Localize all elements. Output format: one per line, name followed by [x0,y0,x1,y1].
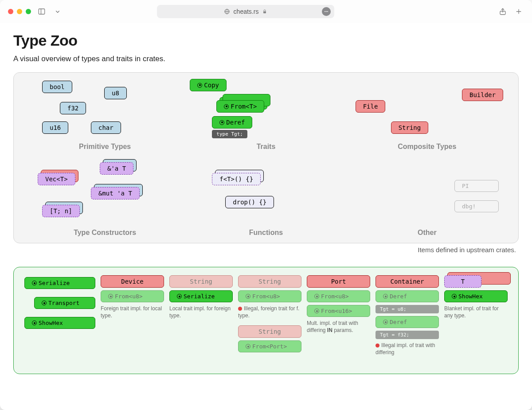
upstream-caption: Items defined in upstream crates. [13,246,519,254]
pill-serialize: Serialize [24,277,95,289]
lock-icon [262,9,267,14]
pill-bool: bool [42,81,72,93]
share-icon[interactable] [497,6,508,17]
impl-port-from-u8: From<u8> [307,290,370,302]
pill-array: [T; n] [42,205,80,217]
new-tab-icon[interactable] [513,6,524,17]
impl-device: Device From<u8> Foreign trait impl. for … [101,275,164,319]
impl-container: Container Deref Tgt = u8; Deref Tgt = f3… [376,275,439,356]
svg-point-7 [326,11,327,12]
pill-fn-drop: drop() {} [225,196,274,208]
head-port: Port [307,275,370,288]
head-string1: String [169,275,233,288]
impl-port-from-u16: From<u16> [307,305,370,317]
impl-string2-from: From<u8> [238,290,301,302]
svg-rect-0 [39,9,45,14]
pill-char: char [91,121,121,134]
svg-point-6 [325,11,325,12]
close-icon[interactable] [8,9,13,14]
more-icon[interactable] [322,7,331,16]
impl-string2-fromport: From<Port> [238,340,301,352]
impl-device-from: From<u8> [101,290,164,302]
impl-string-serialize-pill: Serialize [169,290,233,302]
head-t-stack: T [444,275,508,288]
head-t: T [444,275,481,288]
upstream-panel: bool u8 f32 u16 char Primitive Types Cop… [13,72,519,243]
label-primitives: Primitive Types [79,143,131,151]
pill-builder: Builder [462,89,503,101]
pill-mut-ref-t: &mut 'a T [91,187,140,199]
minimize-icon[interactable] [17,9,22,14]
address-bar[interactable]: cheats.rs [157,5,334,18]
desc-device: Foreign trait impl. for local type. [101,305,164,319]
page-subtitle: A visual overview of types and traits in… [13,55,519,63]
col-composite: Builder File String Composite Types [347,81,508,151]
globe-icon [224,8,230,15]
desc-container: Illegal impl. of trait with differing [376,342,439,356]
pill-u16: u16 [42,121,68,134]
error-icon [238,307,242,311]
pill-string: String [391,121,429,134]
sidebar-toggle-icon[interactable] [36,6,47,17]
label-constructors: Type Constructors [74,229,136,237]
svg-point-8 [327,11,328,12]
url-host: cheats.rs [234,8,259,15]
pill-from-t-stack: From<T> [216,100,264,113]
col-constructors: &'a T Vec<T> &mut 'a T [T; n] Type Const… [24,162,185,237]
pill-f32: f32 [60,102,86,114]
head-string2: String [238,275,301,288]
pill-fn-generic: f<T>() {} [212,173,261,185]
label-other: Other [418,229,437,237]
pill-file: File [356,100,386,113]
pill-vec-t: Vec<T> [38,173,75,185]
impl-port: Port From<u8> From<u16> Mult. impl. of t… [307,275,370,334]
pill-transport: Transport [34,297,95,309]
pill-copy: Copy [190,79,227,91]
own-crate-panel: Serialize Transport ShowHex Device From<… [13,267,519,374]
browser-window: cheats.rs Type Zoo A visual overview of … [0,0,532,410]
page-title: Type Zoo [13,32,519,49]
desc-t: Blanket impl. of trait for any type. [444,305,508,319]
tgt-u8: Tgt = u8; [376,305,439,313]
chevron-down-icon[interactable] [52,6,63,17]
pill-u8: u8 [104,87,127,99]
pill-dbg: dbg! [454,200,499,212]
label-composite: Composite Types [398,143,456,151]
tgt-f32: Tgt = f32; [376,331,439,339]
zoom-icon[interactable] [26,9,31,14]
head-device: Device [101,275,164,288]
pill-deref-group: Deref type Tgt; [212,116,252,138]
impl-t-showhex: ShowHex [444,290,508,302]
impl-container-deref1: Deref [376,290,439,302]
error-icon [376,344,379,348]
impl-t-blanket: T ShowHex Blanket impl. of trait for any… [444,275,508,319]
window-controls [8,9,31,14]
impl-string-illegal: String From<u8> Illegal, foreign trait f… [238,275,301,352]
label-traits: Traits [257,143,276,151]
label-functions: Functions [249,229,283,237]
desc-port: Mult. impl. of trait with differing IN p… [307,320,370,334]
pill-ref-t: &'a T [100,162,133,175]
impl-container-deref2: Deref [376,316,439,328]
head-container: Container [376,275,439,288]
desc-string2: Illegal, foreign trait for f. type. [238,305,301,319]
col-other: PI dbg! Other [347,162,508,237]
col-primitives: bool u8 f32 u16 char Primitive Types [24,81,185,151]
desc-string1: Local trait impl. for foreign type. [169,305,233,319]
impl-string-serialize: String Serialize Local trait impl. for f… [169,275,233,319]
pill-pi: PI [454,180,499,192]
col-functions: f<T>() {} drop() {} Functions [185,162,346,237]
head-string2b: String [238,325,301,338]
titlebar: cheats.rs [0,0,532,23]
svg-rect-5 [263,12,266,14]
pill-showhex: ShowHex [24,317,95,329]
page-content: Type Zoo A visual overview of types and … [0,23,532,410]
col-traits: Copy From<T> Deref type Tgt; Traits [185,81,346,151]
own-trait-list: Serialize Transport ShowHex [24,275,95,329]
